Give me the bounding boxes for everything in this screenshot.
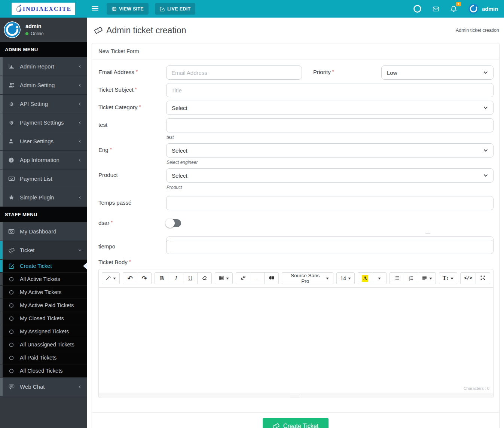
link-button[interactable]	[236, 272, 250, 284]
product-select[interactable]: Select	[166, 168, 494, 183]
clear-format-button[interactable]	[197, 272, 212, 284]
sidebar-item-all-paid-tickets[interactable]: All Paid Tickets	[0, 351, 87, 364]
user-icon	[8, 138, 15, 144]
email-input[interactable]	[166, 65, 302, 80]
sidebar-item-label: API Setting	[20, 101, 48, 107]
eng-helper: Select engineer	[167, 160, 494, 165]
notifications-bell-icon[interactable]: 1	[450, 5, 457, 13]
table-button[interactable]	[215, 272, 233, 284]
sidebar-item-label: My Active Tickets	[20, 289, 61, 295]
paragraph-button[interactable]	[418, 272, 436, 284]
chevron-down-icon	[483, 149, 488, 152]
item-accent-strip	[0, 260, 3, 272]
sidebar-item-label: Web Chat	[20, 383, 45, 390]
sidebar-item-create-ticket[interactable]: Create Ticket	[0, 260, 87, 273]
dsar-toggle[interactable]	[166, 219, 181, 227]
eng-select[interactable]: Select	[166, 143, 494, 158]
sidebar-username[interactable]: admin	[25, 23, 44, 29]
sidebar-item-all-unassigned-tickets[interactable]: All Unassigned Tickets	[0, 338, 87, 351]
create-ticket-button[interactable]: Create Ticket	[263, 418, 329, 428]
sidebar-item-simple-plugin[interactable]: Simple Plugin	[0, 188, 87, 207]
paragraph-icon	[422, 275, 427, 282]
italic-button[interactable]: I	[169, 272, 183, 284]
caret-down-icon	[226, 278, 229, 279]
sidebar-item-payment-list[interactable]: Payment List	[0, 169, 87, 188]
sidebar-item-api-setting[interactable]: API Setting	[0, 95, 87, 113]
dsar-label: dsar*	[98, 216, 166, 226]
product-helper: Product	[167, 185, 494, 190]
sidebar-item-label: Payment Settings	[20, 119, 64, 126]
font-family-button[interactable]: Source Sans Pro	[282, 272, 333, 284]
priority-label: Priority*	[302, 65, 381, 75]
sidebar-item-my-active-tickets[interactable]: My Active Tickets	[0, 286, 87, 299]
temps-input[interactable]	[166, 196, 494, 210]
editor-body[interactable]: Characters : 0	[99, 288, 493, 394]
code-view-button[interactable]: </>	[460, 272, 476, 284]
italic-label: I	[175, 275, 177, 282]
sidebar-item-app-information[interactable]: App Information	[0, 151, 87, 169]
test-input[interactable]	[166, 118, 494, 132]
sidebar-item-label: My Active Paid Tickets	[20, 302, 74, 308]
sidebar-item-admin-setting[interactable]: Admin Setting	[0, 76, 87, 95]
sidebar-item-user-settings[interactable]: User Settings	[0, 132, 87, 151]
breadcrumb[interactable]: Admin ticket creation	[456, 28, 499, 33]
eng-row: Eng* Select Select engineer	[98, 143, 494, 165]
video-button[interactable]	[264, 272, 279, 284]
priority-select[interactable]: Low	[381, 65, 494, 80]
undo-button[interactable]: ↶	[123, 272, 137, 284]
tiempo-input[interactable]	[166, 240, 494, 254]
bold-button[interactable]: B	[155, 272, 169, 284]
chevron-down-icon	[483, 174, 488, 177]
card-header: New Ticket Form	[92, 43, 499, 59]
subject-input[interactable]	[166, 83, 494, 97]
ordered-list-button[interactable]: 123	[404, 272, 418, 284]
temps-label: Temps passé	[98, 196, 166, 206]
sidebar-item-my-dashboard[interactable]: My Dashboard	[0, 222, 87, 241]
sidebar-user-avatar[interactable]	[4, 21, 21, 38]
editor-resize-handle[interactable]	[99, 394, 493, 398]
line-height-button[interactable]: T↕	[439, 272, 457, 284]
underline-button[interactable]: U	[183, 272, 198, 284]
sidebar-item-admin-report[interactable]: Admin Report	[0, 57, 87, 76]
font-size-button[interactable]: 14	[336, 272, 355, 284]
card-body: Email Address* Priority* Low	[92, 59, 499, 412]
navbar-username[interactable]: admin	[482, 6, 498, 12]
chevron-left-icon	[78, 139, 82, 144]
style-button[interactable]	[102, 272, 120, 284]
category-select[interactable]: Select	[166, 101, 494, 115]
live-edit-button[interactable]: LIVE EDIT	[155, 3, 195, 15]
sidebar-item-all-active-tickets[interactable]: All Active Tickets	[0, 273, 87, 286]
circle-icon	[9, 290, 15, 295]
fullscreen-button[interactable]	[476, 272, 490, 284]
redo-button[interactable]: ↷	[137, 272, 152, 284]
sidebar-item-all-closed-tickets[interactable]: All Closed Tickets	[0, 364, 87, 377]
circle-icon	[9, 329, 15, 334]
style-icon	[106, 275, 111, 282]
highlight-color-button[interactable]: A	[358, 272, 372, 284]
unordered-list-button[interactable]	[390, 272, 404, 284]
sidebar-item-label: All Active Tickets	[20, 276, 60, 282]
circle-icon[interactable]	[413, 4, 422, 13]
user-avatar[interactable]	[468, 4, 479, 14]
caret-down-icon	[113, 278, 116, 279]
code-view-label: </>	[464, 276, 472, 281]
messages-icon[interactable]	[432, 6, 440, 12]
edit-icon	[9, 263, 15, 269]
sidebar-item-label: Ticket	[20, 247, 34, 253]
sidebar-item-my-active-paid-tickets[interactable]: My Active Paid Tickets	[0, 299, 87, 312]
ticket-body-label: Ticket Body*	[98, 259, 494, 265]
user-status: Online	[25, 31, 44, 36]
sidebar-toggle-button[interactable]	[92, 6, 98, 12]
brand-area[interactable]: INDIAEXCITE	[0, 0, 87, 18]
sidebar-item-web-chat[interactable]: Web Chat	[0, 377, 87, 396]
sidebar-item-label: All Unassigned Tickets	[20, 342, 74, 348]
sidebar-item-label: Create Ticket	[20, 263, 52, 269]
sidebar-item-my-assigned-tickets[interactable]: My Assigned Tickets	[0, 325, 87, 338]
sidebar-item-my-closed-tickets[interactable]: My Closed Tickets	[0, 312, 87, 325]
view-site-button[interactable]: VIEW SITE	[107, 3, 149, 15]
color-picker-button[interactable]	[372, 272, 387, 284]
active-item-arrow	[83, 263, 87, 269]
sidebar-item-payment-settings[interactable]: Payment Settings	[0, 113, 87, 132]
sidebar-item-ticket[interactable]: Ticket	[0, 241, 87, 260]
horizontal-rule-button[interactable]: —	[250, 272, 265, 284]
